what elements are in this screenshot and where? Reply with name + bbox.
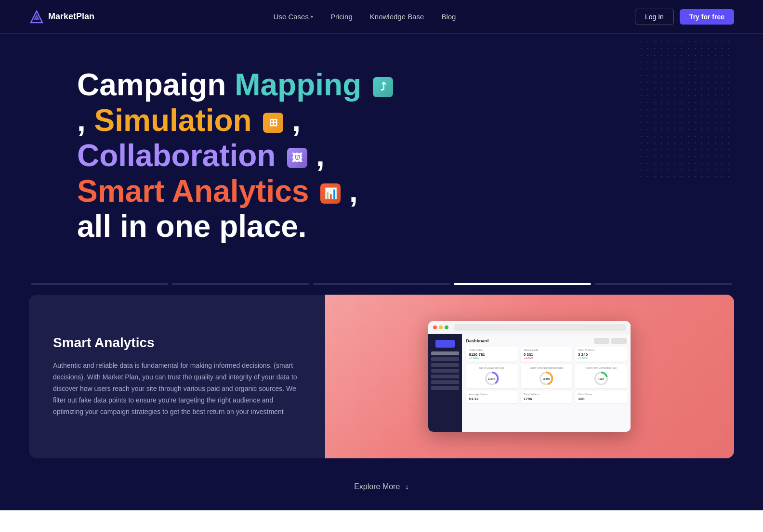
dot-red bbox=[433, 325, 437, 329]
donut-chart-1: 13.91% bbox=[484, 371, 500, 386]
dashboard-content: Dashboard Total Sales $120 781 +5.04% bbox=[462, 334, 631, 432]
hero-comma-2: , bbox=[292, 103, 301, 138]
svg-text:13.91%: 13.91% bbox=[488, 378, 496, 380]
donut-chart-2: 16.24% bbox=[539, 371, 554, 386]
sidebar-item-3 bbox=[431, 369, 459, 373]
metric-visitors-value: 3 240 bbox=[578, 352, 624, 357]
metric-visitors-change: +5.04% bbox=[578, 357, 624, 360]
hero-word-campaign: Campaign bbox=[77, 67, 235, 102]
metric-leads-value: 5 331 bbox=[524, 352, 569, 357]
sidebar-item-1 bbox=[431, 357, 459, 361]
chart-completion-label: Order Form Completion Rate bbox=[586, 366, 617, 369]
chart-completion: Order Form Completion Rate 4.72% bbox=[575, 364, 627, 388]
bottom-card-2: Total Visitors 1796 bbox=[521, 391, 572, 403]
sidebar-item-2 bbox=[431, 363, 459, 367]
bottom-section bbox=[0, 510, 763, 532]
simulation-icon-badge: ⊞ bbox=[263, 113, 283, 133]
slider-tab-1[interactable] bbox=[31, 283, 168, 285]
hero-word-smart-analytics: Smart Analytics bbox=[77, 174, 309, 208]
logo-icon bbox=[29, 9, 44, 25]
hero-title: Campaign Mapping ⤴ , Simulation ⊞ , Coll… bbox=[77, 67, 405, 245]
slider-tab-5[interactable] bbox=[595, 283, 732, 285]
try-free-button[interactable]: Try for free bbox=[680, 9, 734, 25]
metric-total-leads: Total Leads 5 331 +4.06% bbox=[521, 347, 572, 362]
bottom-value-3: 128 bbox=[578, 397, 624, 401]
bottom-value-2: 1796 bbox=[524, 397, 569, 401]
dashboard-header: Dashboard bbox=[466, 338, 627, 344]
feature-card-left: Smart Analytics Authentic and reliable d… bbox=[29, 295, 325, 458]
explore-more-arrow: ↓ bbox=[405, 482, 409, 491]
bottom-label-1: Average Value bbox=[469, 393, 514, 396]
hero-word-simulation: Simulation bbox=[94, 103, 252, 138]
mapping-icon-badge: ⤴ bbox=[373, 77, 393, 97]
sidebar-item-4 bbox=[431, 375, 459, 378]
nav-actions: Log In Try for free bbox=[635, 9, 734, 25]
sidebar-item-5 bbox=[431, 380, 459, 384]
slider-tab-4[interactable] bbox=[454, 283, 591, 285]
dash-btn-1 bbox=[594, 338, 609, 344]
feature-card-right: Dashboard Total Sales $120 781 +5.04% bbox=[325, 295, 734, 458]
dashboard-mockup: Dashboard Total Sales $120 781 +5.04% bbox=[428, 321, 631, 432]
slider-tabs bbox=[0, 273, 763, 295]
metric-sales-label: Total Sales bbox=[469, 349, 514, 351]
feature-card-title: Smart Analytics bbox=[53, 335, 301, 350]
hero-word-collaboration: Collaboration bbox=[77, 138, 276, 173]
bottom-row: Average Value $1.12 Total Visitors 1796 … bbox=[466, 391, 627, 403]
login-button[interactable]: Log In bbox=[635, 9, 674, 25]
dashboard-body: Dashboard Total Sales $120 781 +5.04% bbox=[428, 334, 631, 432]
charts-row: Opt-In Conversion Rate 13.91% Order Form… bbox=[466, 364, 627, 388]
sidebar-item-dashboard bbox=[431, 351, 459, 355]
nav-blog[interactable]: Blog bbox=[441, 13, 456, 21]
explore-more-label: Explore More bbox=[354, 482, 400, 491]
nav-knowledge-base[interactable]: Knowledge Base bbox=[370, 13, 424, 21]
dashboard-sidebar bbox=[428, 334, 462, 432]
hero-comma-4: , bbox=[349, 174, 358, 208]
url-bar bbox=[454, 324, 626, 331]
chart-abandonment: Order Form Abandonment Rate 16.24% bbox=[521, 364, 572, 388]
nav-pricing[interactable]: Pricing bbox=[330, 13, 353, 21]
bottom-label-3: Total Tasks bbox=[578, 393, 624, 396]
brand-name: MarketPlan bbox=[48, 12, 94, 22]
donut-chart-3: 4.72% bbox=[593, 371, 609, 386]
metric-sales-change: +5.04% bbox=[469, 357, 514, 360]
nav-links: Use Cases ▾ Pricing Knowledge Base Blog bbox=[274, 13, 456, 21]
dot-green bbox=[445, 325, 448, 329]
slider-tab-2[interactable] bbox=[172, 283, 309, 285]
collaboration-icon-badge: 🖼 bbox=[287, 148, 307, 168]
explore-more-button[interactable]: Explore More ↓ bbox=[0, 458, 763, 510]
bottom-card-1: Average Value $1.12 bbox=[466, 391, 517, 403]
titlebar bbox=[428, 321, 631, 334]
hero-section: Campaign Mapping ⤴ , Simulation ⊞ , Coll… bbox=[0, 34, 434, 264]
chevron-down-icon: ▾ bbox=[311, 14, 313, 19]
svg-text:4.72%: 4.72% bbox=[598, 378, 604, 380]
bottom-label-2: Total Visitors bbox=[524, 393, 569, 396]
analytics-icon-badge: 📊 bbox=[320, 183, 341, 204]
metric-visitors-label: Total Visitors bbox=[578, 349, 624, 351]
sidebar-item-6 bbox=[431, 386, 459, 390]
hero-comma-1: , bbox=[77, 103, 94, 138]
slider-tab-3[interactable] bbox=[313, 283, 450, 285]
metric-leads-change: +4.06% bbox=[524, 357, 569, 360]
feature-card-description: Authentic and reliable data is fundament… bbox=[53, 360, 301, 417]
metric-total-sales: Total Sales $120 781 +5.04% bbox=[466, 347, 517, 362]
chart-optin: Opt-In Conversion Rate 13.91% bbox=[466, 364, 517, 388]
dash-btn-2 bbox=[611, 338, 627, 344]
metrics-row: Total Sales $120 781 +5.04% Total Leads … bbox=[466, 347, 627, 362]
dashboard-title: Dashboard bbox=[466, 338, 488, 343]
feature-card: Smart Analytics Authentic and reliable d… bbox=[29, 295, 734, 458]
hero-line3: all in one place. bbox=[77, 209, 307, 244]
dashboard-actions bbox=[594, 338, 627, 344]
metric-leads-label: Total Leads bbox=[524, 349, 569, 351]
bottom-card-3: Total Tasks 128 bbox=[575, 391, 627, 403]
metric-total-visitors: Total Visitors 3 240 +5.04% bbox=[575, 347, 627, 362]
sidebar-logo bbox=[435, 340, 455, 348]
hero-comma-3: , bbox=[316, 138, 325, 173]
hero-word-mapping: Mapping bbox=[235, 67, 361, 102]
navbar: MarketPlan Use Cases ▾ Pricing Knowledge… bbox=[0, 0, 763, 34]
bottom-value-1: $1.12 bbox=[469, 397, 514, 401]
nav-use-cases[interactable]: Use Cases ▾ bbox=[274, 13, 313, 21]
brand: MarketPlan bbox=[29, 9, 94, 25]
metric-sales-value: $120 781 bbox=[469, 352, 514, 357]
dots-pattern bbox=[638, 39, 734, 183]
chart-optin-label: Opt-In Conversion Rate bbox=[479, 366, 505, 369]
